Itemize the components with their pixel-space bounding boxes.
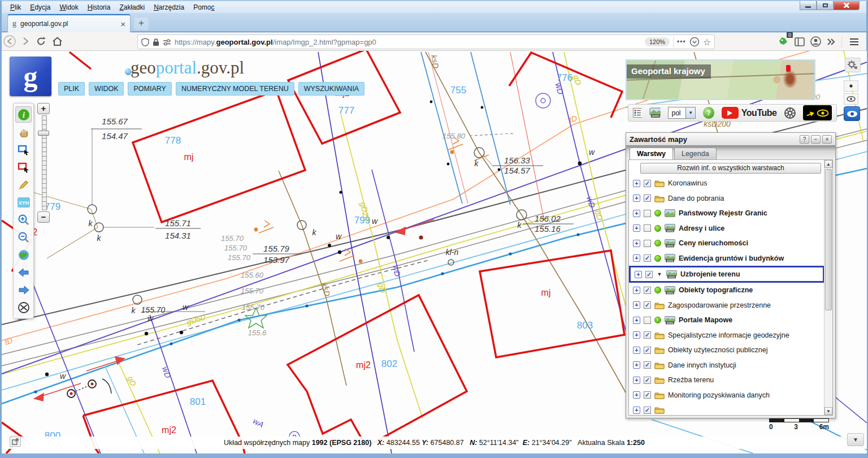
maximize-button[interactable]: [817, 1, 834, 10]
sidebar-icon[interactable]: [795, 37, 805, 46]
pan-tool-button[interactable]: [15, 124, 32, 140]
app-menu-numeryczny-model-terenu[interactable]: NUMERYCZNY MODEL TERENU: [176, 82, 294, 96]
account-icon[interactable]: [810, 36, 821, 47]
expand-icon[interactable]: +: [633, 301, 640, 309]
layer-checkbox[interactable]: ✓: [645, 271, 653, 278]
home-button[interactable]: [49, 33, 65, 49]
app-menu-plik[interactable]: PLIK: [58, 82, 85, 96]
scroll-up-icon[interactable]: ▲: [824, 160, 832, 168]
legend-list-icon[interactable]: [633, 108, 642, 118]
youtube-button[interactable]: YouTube: [722, 107, 777, 119]
menu-item-pomoc[interactable]: Pomoc: [189, 2, 218, 12]
layer-row-koronawirus[interactable]: +✓Koronawirus: [629, 176, 832, 191]
layer-row-uzbrojenie-terenu[interactable]: +✓▼WMSUzbrojenie terenu: [629, 266, 824, 283]
layer-row-portale-mapowe[interactable]: +WMSPortale Mapowe: [629, 313, 832, 328]
layer-row-ewidencja-gruntów-i-budynków[interactable]: +✓WMSEwidencja gruntów i budynków: [629, 251, 832, 266]
overview-map[interactable]: Geoportal krajowy: [626, 59, 815, 100]
pan-down-button[interactable]: ▼: [847, 433, 864, 446]
layer-checkbox[interactable]: [644, 317, 651, 324]
address-bar[interactable]: https://mapy.geoportal.gov.pl/imap/Imgp_…: [137, 34, 715, 49]
previous-view-button[interactable]: [15, 264, 32, 280]
language-dropdown-arrow[interactable]: ▼: [685, 107, 695, 118]
layer-checkbox[interactable]: ✓: [644, 407, 651, 414]
menu-item-narzędzia[interactable]: Narzędzia: [150, 2, 188, 12]
app-menu-widok[interactable]: WIDOK: [89, 82, 124, 96]
app-menu-wyszukiwania[interactable]: WYSZUKIWANIA: [298, 82, 364, 96]
panel-minimize-button[interactable]: −: [811, 135, 821, 144]
panel-tab-legenda[interactable]: Legenda: [674, 148, 717, 159]
resize-corner-button[interactable]: [10, 436, 21, 447]
layer-checkbox[interactable]: [644, 240, 651, 247]
menu-hamburger-icon[interactable]: [848, 36, 861, 47]
xyh-coordinates-tool-button[interactable]: XYH: [15, 194, 32, 210]
layer-row-monitoring-pozyskiwania-danych[interactable]: +✓Monitoring pozyskiwania danych: [629, 388, 832, 403]
panel-close-button[interactable]: ×: [822, 135, 832, 144]
menu-item-plik[interactable]: Plik: [6, 2, 25, 12]
back-button[interactable]: [2, 33, 18, 49]
tab-geoportal[interactable]: g geoportal.gov.pl ×: [7, 14, 131, 32]
expand-all-layers-button[interactable]: Rozwiń inf. o wszystkich warstwach: [640, 163, 821, 174]
menu-item-edycja[interactable]: Edycja: [26, 2, 54, 12]
expand-icon[interactable]: +: [633, 407, 640, 414]
expand-icon[interactable]: +: [633, 180, 640, 187]
layer-checkbox[interactable]: ✓: [644, 391, 651, 399]
menu-item-zakładki[interactable]: Zakładki: [115, 2, 149, 12]
layer-row-partial[interactable]: +✓: [629, 403, 832, 416]
expand-icon[interactable]: +: [633, 377, 640, 384]
scroll-down-icon[interactable]: ▼: [824, 407, 832, 415]
expand-icon[interactable]: +: [633, 210, 640, 217]
expand-icon[interactable]: +: [633, 391, 640, 399]
tab-close-icon[interactable]: ×: [120, 19, 125, 29]
zoom-slider-handle[interactable]: [38, 131, 49, 136]
panel-help-button[interactable]: ?: [800, 135, 809, 144]
zoom-in-tool-button[interactable]: [15, 211, 32, 228]
dot-marker-button[interactable]: [844, 80, 858, 92]
forward-button[interactable]: [18, 33, 33, 49]
layer-row-ceny-nieruchomości[interactable]: +WMSCeny nieruchomości: [629, 236, 832, 251]
geoportal-logo[interactable]: g: [10, 57, 51, 96]
full-extent-button[interactable]: [15, 247, 32, 263]
layer-row-specjalistyczne-informacje-geodezyjne[interactable]: +✓Specjalistyczne informacje geodezyjne: [629, 328, 832, 343]
new-tab-button[interactable]: +: [134, 18, 149, 30]
layer-checkbox[interactable]: ✓: [644, 254, 651, 262]
zoom-out-tool-button[interactable]: [15, 229, 32, 245]
bookmark-star-icon[interactable]: ☆: [703, 37, 711, 47]
zoom-slider-minus-button[interactable]: −: [37, 211, 50, 223]
panel-tab-warstwy[interactable]: Warstwy: [630, 148, 673, 159]
expand-icon[interactable]: +: [633, 361, 640, 369]
clear-selection-button[interactable]: [15, 299, 32, 316]
page-actions-icon[interactable]: •••: [677, 38, 686, 46]
layer-row-dane-do-pobrania[interactable]: +✓Dane do pobrania: [629, 191, 832, 206]
wms-services-icon[interactable]: WMS: [649, 107, 661, 118]
layer-row-obiekty-użyteczności-publicznej[interactable]: +✓Obiekty użyteczności publicznej: [629, 343, 832, 358]
close-button[interactable]: [834, 1, 860, 10]
layer-row-dane-innych-instytucji[interactable]: +✓Dane innych instytucji: [629, 358, 832, 373]
visibility-button[interactable]: [844, 93, 858, 105]
deselect-area-tool-button[interactable]: [15, 159, 32, 175]
select-area-tool-button[interactable]: [15, 141, 32, 158]
help-button[interactable]: ?: [703, 107, 714, 119]
expand-icon[interactable]: +: [633, 347, 640, 354]
layer-row-obiekty-topograficzne[interactable]: +✓WMSObiekty topograficzne: [629, 283, 832, 298]
layer-checkbox[interactable]: ✓: [644, 180, 651, 187]
layer-checkbox[interactable]: ✓: [644, 377, 651, 384]
expand-icon[interactable]: +: [635, 271, 642, 278]
overflow-chevrons-icon[interactable]: [827, 38, 836, 46]
language-select[interactable]: pol ▼: [668, 107, 696, 119]
view-mode-button[interactable]: [844, 106, 860, 121]
expand-icon[interactable]: +: [633, 287, 640, 294]
zoom-slider-track[interactable]: [42, 115, 47, 210]
layer-checkbox[interactable]: ✓: [644, 301, 651, 309]
reload-button[interactable]: [33, 33, 49, 49]
expand-icon[interactable]: +: [633, 331, 640, 339]
layer-row-państwowy-rejestr-granic[interactable]: +Państwowy Rejestr Granic: [629, 206, 832, 221]
panel-scrollbar[interactable]: ▲ ▼: [824, 160, 832, 415]
extension-button[interactable]: 0: [778, 35, 789, 49]
expand-icon[interactable]: +: [633, 240, 640, 247]
next-view-button[interactable]: [15, 282, 32, 298]
layer-row-zagospodarowanie-przestrzenne[interactable]: +✓Zagospodarowanie przestrzenne: [629, 298, 832, 313]
scrollbar-thumb[interactable]: [825, 169, 832, 310]
layer-checkbox[interactable]: ✓: [644, 347, 651, 354]
identify-tool-button[interactable]: i: [15, 106, 32, 123]
app-menu-pomiary[interactable]: POMIARY: [128, 82, 171, 96]
